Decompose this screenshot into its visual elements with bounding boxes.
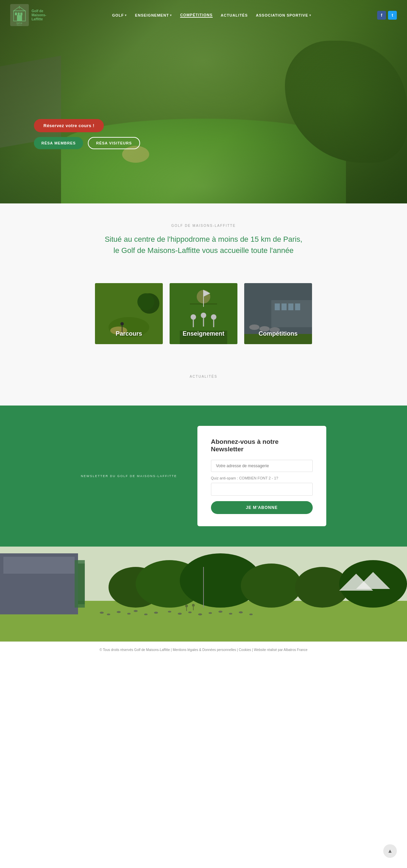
card-competitions-label: Compétitions (244, 330, 312, 337)
nav-enseignement[interactable]: ENSEIGNEMENT ▾ (135, 13, 172, 17)
about-section: GOLF DE MAISONS-LAFFITTE Situé au centre… (0, 203, 407, 283)
svg-point-62 (178, 613, 182, 615)
subscribe-button[interactable]: JE M'ABONNE (211, 501, 313, 514)
svg-rect-4 (20, 13, 22, 15)
hero-buttons: RÉSA MEMBRES RÉSA VISITEURS (34, 137, 140, 149)
svg-point-70 (185, 605, 188, 607)
newsletter-section: NEWSLETTER DU GOLF DE MAISONS-LAFFITTE A… (0, 406, 407, 547)
svg-point-61 (168, 611, 171, 613)
newsletter-section-label: NEWSLETTER DU GOLF DE MAISONS-LAFFITTE (81, 474, 177, 478)
nav-actualites[interactable]: ACTUALITÉS (221, 13, 248, 17)
svg-point-48 (241, 564, 302, 608)
card-competitions[interactable]: Compétitions (244, 283, 312, 344)
enseignement-chevron-icon: ▾ (170, 14, 172, 17)
card-parcours-label: Parcours (95, 330, 163, 337)
twitter-icon: t (392, 13, 393, 18)
svg-point-65 (209, 612, 212, 614)
svg-point-64 (198, 613, 202, 615)
hero-overlay (0, 0, 407, 203)
logo-text-maisons: Maisons- (32, 13, 46, 17)
quiz-label: Quiz anti-spam : COMBIEN FONT 2 - 1? (211, 476, 313, 480)
logo-area[interactable]: Golf de Maisons Golf de Maisons- Laffitt… (10, 4, 46, 26)
actualites-section: ACTUALITÉS (0, 364, 407, 406)
svg-point-58 (134, 610, 138, 612)
svg-point-67 (229, 613, 232, 615)
svg-point-57 (127, 613, 131, 615)
svg-rect-5 (17, 15, 22, 21)
svg-rect-42 (3, 557, 75, 574)
nav-golf[interactable]: GOLF ▾ (112, 13, 127, 17)
svg-point-68 (239, 611, 243, 613)
svg-point-59 (144, 614, 148, 615)
svg-point-63 (188, 612, 192, 613)
nav-competitions[interactable]: COMPÉTITIONS (180, 13, 213, 18)
facebook-link[interactable]: f (377, 11, 386, 20)
logo-text-laffitte: Laffitte (32, 17, 46, 21)
about-subtitle: GOLF DE MAISONS-LAFFITTE (14, 224, 393, 228)
card-enseignement-label: Enseignement (170, 330, 237, 337)
main-nav: GOLF ▾ ENSEIGNEMENT ▾ COMPÉTITIONS ACTUA… (112, 13, 311, 18)
svg-text:Maisons: Maisons (17, 24, 22, 26)
cards-section: Parcours Enseignement (0, 283, 407, 364)
quiz-input[interactable] (211, 483, 313, 496)
card-parcours[interactable]: Parcours (95, 283, 163, 344)
newsletter-card: Abonnez-vous à notre Newsletter Quiz ant… (197, 426, 326, 526)
newsletter-title: Abonnez-vous à notre Newsletter (211, 438, 313, 453)
social-icons: f t (377, 11, 397, 20)
footer-copyright: © Tous droits réservés Golf de Maisons-L… (14, 648, 393, 652)
svg-point-69 (249, 614, 253, 615)
facebook-icon: f (381, 13, 382, 18)
site-footer: © Tous droits réservés Golf de Maisons-L… (0, 642, 407, 658)
logo-text-golf: Golf de (32, 9, 46, 13)
hero-background (0, 0, 407, 203)
svg-rect-2 (15, 13, 17, 15)
email-input[interactable] (211, 460, 313, 472)
association-chevron-icon: ▾ (309, 14, 311, 17)
nav-association[interactable]: ASSOCIATION SPORTIVE ▾ (256, 13, 311, 17)
svg-point-60 (154, 612, 158, 614)
reserve-button[interactable]: Réservez votre cours ! (34, 119, 104, 132)
hero-section: Réservez votre cours ! RÉSA MEMBRES RÉSA… (0, 0, 407, 203)
footer-scene (0, 547, 407, 642)
visiteurs-button[interactable]: RÉSA VISITEURS (88, 137, 140, 149)
svg-point-66 (218, 611, 222, 613)
svg-rect-44 (78, 564, 85, 604)
about-title: Situé au centre de l'hippodrome à moins … (102, 234, 305, 256)
site-logo: Golf de Maisons (10, 4, 29, 26)
membres-button[interactable]: RÉSA MEMBRES (34, 137, 83, 149)
footer-image (0, 547, 407, 642)
svg-rect-3 (18, 13, 20, 15)
svg-point-55 (107, 614, 110, 615)
actualites-label: ACTUALITÉS (14, 375, 393, 378)
svg-point-56 (117, 611, 121, 613)
hero-content: Réservez votre cours ! RÉSA MEMBRES RÉSA… (34, 119, 140, 149)
twitter-link[interactable]: t (388, 11, 397, 20)
svg-point-72 (192, 604, 195, 607)
site-header: Golf de Maisons Golf de Maisons- Laffitt… (0, 0, 407, 30)
card-enseignement[interactable]: Enseignement (170, 283, 237, 344)
svg-point-54 (100, 612, 104, 614)
golf-chevron-icon: ▾ (125, 14, 127, 17)
